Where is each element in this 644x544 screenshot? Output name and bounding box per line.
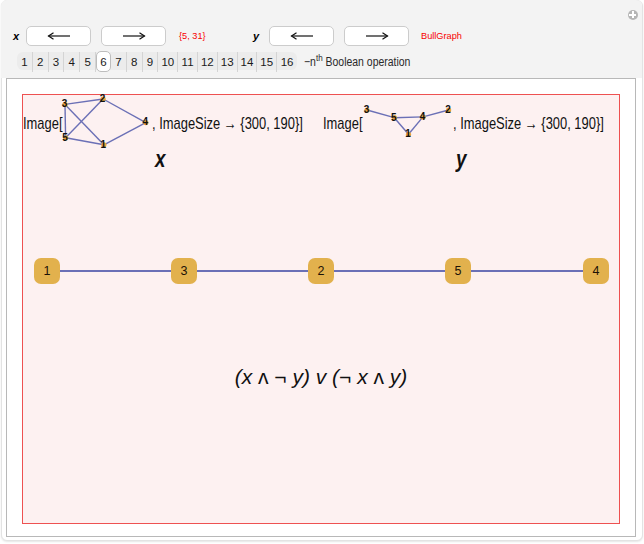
- svg-text:3: 3: [62, 98, 68, 109]
- svg-text:5: 5: [62, 132, 68, 143]
- svg-text:4: 4: [143, 116, 149, 127]
- svg-text:2: 2: [445, 104, 451, 115]
- svg-text:4: 4: [420, 111, 426, 122]
- svg-text:3: 3: [364, 104, 370, 115]
- svg-text:2: 2: [100, 93, 106, 104]
- svg-text:1: 1: [405, 128, 411, 139]
- svg-text:1: 1: [101, 139, 107, 150]
- svg-text:5: 5: [391, 112, 397, 123]
